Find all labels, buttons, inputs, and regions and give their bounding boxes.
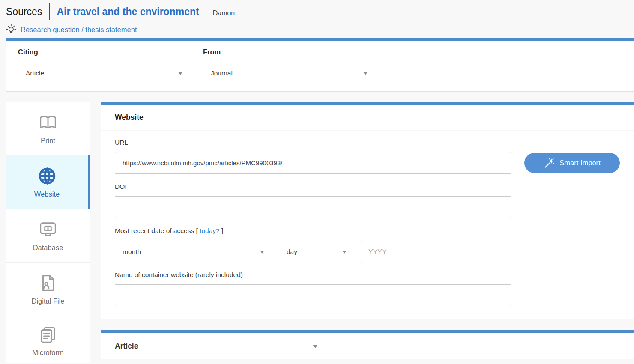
website-form: URL Smart Import DOI bbox=[101, 139, 634, 319]
user-name: Damon bbox=[213, 9, 235, 17]
container-website-input[interactable] bbox=[115, 284, 511, 306]
card-accent-bar bbox=[101, 102, 634, 105]
url-input[interactable] bbox=[115, 152, 511, 174]
chevron-down-icon bbox=[260, 251, 264, 254]
access-date-label-bracket: ] bbox=[220, 227, 224, 234]
magic-wand-icon bbox=[544, 158, 555, 169]
access-date-label: Most recent date of access [ today? ] bbox=[115, 227, 620, 235]
project-title: Air travel and the environment bbox=[57, 6, 199, 18]
citing-group: Citing Article bbox=[18, 41, 190, 91]
container-website-label: Name of container website (rarely includ… bbox=[115, 271, 620, 279]
day-select-value: day bbox=[287, 248, 297, 256]
header-divider-2 bbox=[206, 6, 206, 17]
year-input[interactable] bbox=[361, 241, 443, 263]
sidebar-item-print[interactable]: Print bbox=[6, 102, 90, 155]
card-accent-bar bbox=[101, 330, 634, 333]
today-link[interactable]: today? bbox=[200, 227, 220, 234]
sidebar-item-label: Microform bbox=[32, 349, 63, 357]
sidebar-item-label: Digital File bbox=[31, 297, 64, 305]
research-question-row: Research question / thesis statement bbox=[6, 24, 634, 35]
website-card: Website URL Smart Import bbox=[101, 102, 634, 319]
smart-import-button[interactable]: Smart Import bbox=[524, 153, 620, 173]
access-date-label-text: Most recent date of access [ bbox=[115, 227, 200, 234]
chevron-down-icon bbox=[363, 72, 368, 75]
main-column: Website URL Smart Import bbox=[101, 102, 634, 359]
digital-file-icon bbox=[38, 273, 58, 293]
access-date-row: month day bbox=[115, 241, 620, 263]
globe-icon bbox=[37, 166, 57, 186]
month-select[interactable]: month bbox=[115, 241, 272, 263]
citing-band: Citing Article From Journal bbox=[6, 41, 634, 92]
article-section-header[interactable]: Article bbox=[101, 333, 634, 359]
sidebar-item-digital-file[interactable]: Digital File bbox=[6, 263, 90, 316]
database-icon bbox=[38, 220, 58, 239]
source-type-sidebar: Print Website bbox=[6, 102, 90, 363]
website-card-title: Website bbox=[101, 105, 634, 130]
doi-input[interactable] bbox=[115, 196, 511, 218]
top-accent-bar bbox=[6, 38, 634, 41]
sources-title: Sources bbox=[6, 6, 42, 18]
sidebar-item-label: Print bbox=[41, 137, 55, 145]
chevron-down-icon bbox=[342, 251, 347, 254]
content-area: Print Website bbox=[0, 102, 634, 363]
chevron-down-icon bbox=[178, 72, 182, 75]
sidebar-item-label: Website bbox=[34, 190, 60, 198]
from-label: From bbox=[203, 48, 375, 56]
from-select[interactable]: Journal bbox=[203, 63, 375, 84]
microform-icon bbox=[38, 325, 58, 344]
url-row: Smart Import bbox=[115, 152, 620, 174]
open-book-icon bbox=[38, 113, 58, 132]
header-divider bbox=[49, 3, 50, 20]
sidebar-item-microform[interactable]: Microform bbox=[6, 316, 90, 363]
from-select-value: Journal bbox=[211, 69, 233, 77]
research-question-link[interactable]: Research question / thesis statement bbox=[21, 26, 137, 34]
smart-import-label: Smart Import bbox=[559, 159, 600, 167]
month-select-value: month bbox=[123, 248, 141, 256]
url-label: URL bbox=[115, 139, 620, 146]
lightbulb-icon bbox=[6, 24, 17, 35]
from-group: From Journal bbox=[203, 41, 375, 91]
citing-label: Citing bbox=[18, 48, 190, 56]
expand-section-icon[interactable] bbox=[313, 345, 318, 348]
citing-select[interactable]: Article bbox=[18, 63, 190, 84]
sidebar-item-website[interactable]: Website bbox=[6, 155, 90, 209]
article-section-title: Article bbox=[115, 342, 138, 351]
sidebar-item-label: Database bbox=[33, 244, 63, 252]
day-select[interactable]: day bbox=[279, 241, 354, 263]
sidebar-item-database[interactable]: Database bbox=[6, 209, 90, 263]
page-header: Sources Air travel and the environment D… bbox=[0, 0, 634, 19]
article-card: Article bbox=[101, 330, 634, 359]
citing-select-value: Article bbox=[26, 69, 44, 77]
doi-label: DOI bbox=[115, 183, 620, 191]
